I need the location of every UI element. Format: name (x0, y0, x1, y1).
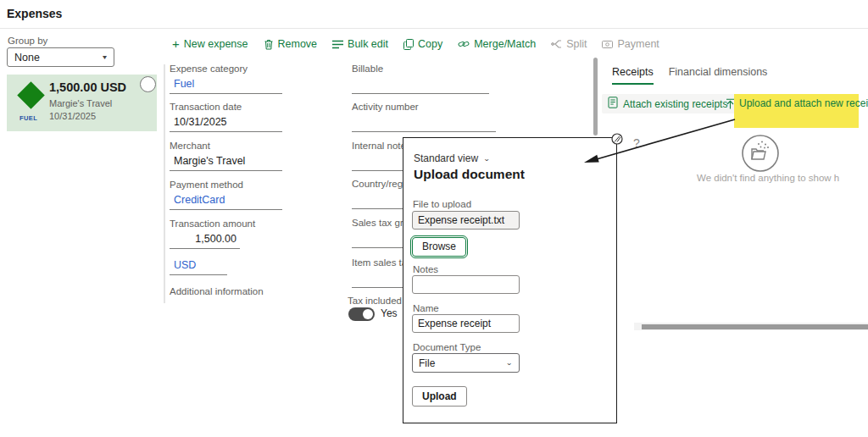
additional-information-label: Additional information (170, 286, 264, 296)
expense-category-label: Expense category (170, 64, 282, 74)
chevron-down-icon: ⌄ (506, 359, 513, 367)
expense-card-amount: 1,500.00 USD (49, 80, 126, 94)
transaction-amount-label: Transaction amount (170, 218, 240, 229)
document-type-label: Document Type (413, 342, 481, 352)
tax-included-value: Yes (381, 307, 398, 319)
remove-button[interactable]: Remove (264, 38, 318, 50)
payment-method-label: Payment method (170, 180, 282, 190)
expense-card-tag: FUEL (19, 114, 37, 122)
bulk-edit-button[interactable]: Bulk edit (332, 38, 388, 50)
currency-value[interactable]: USD (170, 257, 227, 275)
notes-label: Notes (413, 264, 438, 274)
transaction-date-label: Transaction date (170, 102, 282, 112)
horizontal-scrollbar-thumb[interactable] (642, 324, 868, 329)
expense-card-radio[interactable] (140, 76, 156, 92)
activity-number-label: Activity number (352, 102, 496, 112)
merchant-value[interactable]: Margie's Travel (170, 152, 282, 171)
plus-icon: + (172, 39, 180, 49)
browse-button[interactable]: Browse (412, 237, 466, 257)
receipts-vertical-scrollbar[interactable] (593, 58, 598, 136)
tax-included-label: Tax included (348, 296, 402, 306)
group-by-label: Group by (8, 36, 47, 46)
new-expense-button[interactable]: + New expense (172, 38, 248, 50)
payment-icon (602, 40, 613, 49)
split-button[interactable]: Split (551, 38, 587, 50)
trash-icon (264, 39, 274, 50)
payment-button[interactable]: Payment (602, 38, 659, 50)
expense-toolbar: + New expense Remove Bulk edit Copy Merg… (172, 38, 659, 50)
file-to-upload-label: File to upload (413, 199, 471, 209)
copy-icon (403, 39, 414, 50)
page-title: Expenses (7, 7, 62, 20)
upload-attach-new-receipt-button[interactable]: Upload and attach new receipt (726, 97, 868, 112)
copy-button[interactable]: Copy (403, 38, 442, 50)
bulk-edit-icon (332, 40, 343, 49)
upload-document-dialog: Standard view ⌄ Upload document File to … (403, 137, 617, 423)
receipts-tabs: Receipts Financial dimensions (612, 66, 767, 85)
upload-icon (726, 97, 735, 112)
document-type-select[interactable]: File ⌄ (412, 353, 520, 373)
expense-card-merchant: Margie's Travel (49, 98, 112, 108)
merchant-label: Merchant (170, 141, 282, 151)
tab-financial-dimensions[interactable]: Financial dimensions (669, 66, 768, 85)
transaction-date-value[interactable]: 10/31/2025 (170, 113, 282, 132)
form-scroll-divider (164, 64, 165, 303)
name-label: Name (413, 303, 439, 313)
activity-number-value[interactable] (352, 113, 496, 132)
cursor-artifact-icon (609, 131, 625, 150)
transaction-amount-value[interactable]: 1,500.00 (170, 230, 240, 249)
chevron-down-icon: ▾ (103, 53, 107, 61)
group-by-select[interactable]: None ▾ (7, 47, 114, 67)
tab-receipts[interactable]: Receipts (612, 66, 654, 85)
billable-value[interactable] (352, 75, 489, 94)
billable-label: Billable (352, 64, 489, 74)
split-icon (551, 39, 562, 49)
attach-document-icon (608, 97, 618, 111)
chevron-down-icon: ⌄ (483, 155, 490, 163)
expense-card-date: 10/31/2025 (49, 111, 96, 121)
header-divider (0, 28, 868, 29)
merge-match-button[interactable]: Merge/Match (458, 38, 536, 50)
upload-button[interactable]: Upload (412, 386, 467, 407)
expense-category-value[interactable]: Fuel (170, 75, 282, 94)
name-input[interactable] (412, 314, 520, 333)
payment-method-value[interactable]: CreditCard (170, 191, 282, 210)
notes-input[interactable] (412, 275, 520, 294)
tax-included-toggle[interactable] (348, 307, 375, 321)
file-to-upload-input[interactable] (412, 211, 520, 230)
group-by-value: None (14, 52, 40, 64)
help-button[interactable]: ? (633, 136, 640, 150)
dialog-title: Upload document (414, 167, 525, 182)
attach-existing-receipts-button[interactable]: Attach existing receipts (602, 94, 735, 113)
merge-icon (458, 39, 470, 49)
empty-folder-icon (740, 133, 781, 177)
standard-view-selector[interactable]: Standard view ⌄ (414, 152, 490, 164)
